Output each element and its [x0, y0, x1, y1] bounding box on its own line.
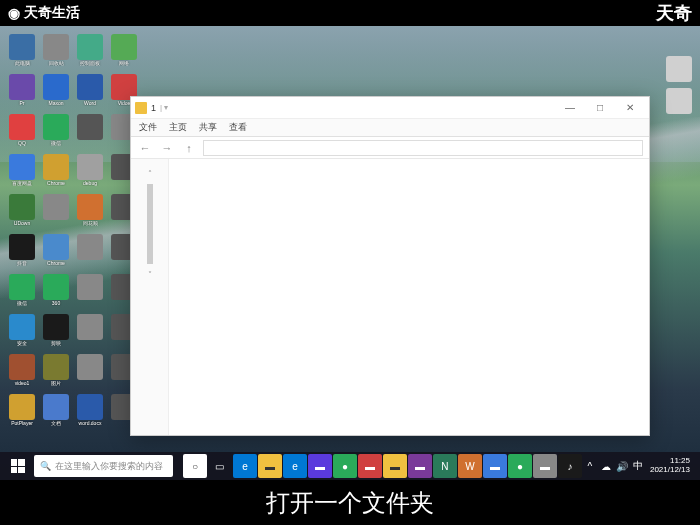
taskbar-app-icon[interactable]: N [433, 454, 457, 478]
desktop-icon[interactable]: Pr [8, 74, 36, 110]
desktop-icon[interactable]: Chrome [42, 154, 70, 190]
explorer-title: 1 [151, 103, 156, 113]
clock-date: 2021/12/13 [650, 466, 690, 475]
desktop-icon[interactable]: QQ [8, 114, 36, 150]
desktop-icon[interactable]: word.docx [76, 394, 104, 430]
tray-icon[interactable]: ☁ [600, 460, 612, 472]
maximize-button[interactable]: □ [585, 98, 615, 118]
ribbon-tab[interactable]: 主页 [169, 121, 187, 134]
taskbar-app-icon[interactable]: ▬ [308, 454, 332, 478]
address-bar[interactable] [203, 140, 643, 156]
desktop-icon[interactable]: 剪映 [42, 314, 70, 350]
desktop-icon[interactable]: video1 [8, 354, 36, 390]
taskbar-apps: ○▭e▬e▬●▬▬▬NW▬●▬♪ [183, 454, 582, 478]
ribbon-tab[interactable]: 共享 [199, 121, 217, 134]
desktop-icon[interactable]: 360 [42, 274, 70, 310]
watermark-left-text: 天奇生活 [24, 4, 80, 22]
search-icon: 🔍 [40, 461, 51, 471]
desktop-icon[interactable]: debug [76, 154, 104, 190]
windows-logo-icon [11, 459, 25, 473]
desktop-icon[interactable]: Maxon [42, 74, 70, 110]
close-button[interactable]: ✕ [615, 98, 645, 118]
nav-scrollbar[interactable] [147, 184, 153, 264]
desktop-icon[interactable] [76, 114, 104, 150]
start-button[interactable] [4, 454, 32, 478]
taskbar-app-icon[interactable]: ▬ [258, 454, 282, 478]
desktop-icon[interactable] [76, 274, 104, 310]
desktop-icon[interactable]: 同花顺 [76, 194, 104, 230]
tray-icon[interactable]: 🔊 [616, 460, 628, 472]
forward-button[interactable]: → [159, 140, 175, 156]
desktop-icon[interactable]: 微信 [8, 274, 36, 310]
desktop-icon[interactable]: PotPlayer [8, 394, 36, 430]
desktop-icon[interactable] [76, 354, 104, 390]
navigation-pane[interactable]: ˄ ˅ [131, 159, 169, 435]
taskbar-app-icon[interactable]: ▬ [533, 454, 557, 478]
taskbar-app-icon[interactable]: e [283, 454, 307, 478]
desktop-icon[interactable] [76, 234, 104, 270]
ribbon-tab[interactable]: 查看 [229, 121, 247, 134]
minimize-button[interactable]: — [555, 98, 585, 118]
taskbar-app-icon[interactable]: ● [333, 454, 357, 478]
desktop-icon[interactable]: UDown [8, 194, 36, 230]
desktop-icon[interactable]: 控制面板 [76, 34, 104, 70]
file-explorer-window[interactable]: 1 | ▾ — □ ✕ 文件 主页 共享 查看 ← → ↑ [130, 96, 650, 436]
taskbar-app-icon[interactable]: ○ [183, 454, 207, 478]
explorer-titlebar[interactable]: 1 | ▾ — □ ✕ [131, 97, 649, 119]
search-input[interactable]: 🔍 在这里输入你要搜索的内容 [34, 455, 173, 477]
taskbar-app-icon[interactable]: ▬ [358, 454, 382, 478]
system-tray: ^☁🔊中 11:25 2021/12/13 [584, 457, 696, 475]
taskbar-app-icon[interactable]: ● [508, 454, 532, 478]
video-caption: 打开一个文件夹 [266, 487, 434, 519]
chevron-up-icon[interactable]: ˄ [148, 169, 152, 178]
desktop-icon[interactable] [76, 314, 104, 350]
desktop-icons-grid: 此电脑回收站控制面板网络PrMaxonWordVidoeQQ微信百度网盘Chro… [8, 34, 138, 430]
up-button[interactable]: ↑ [181, 140, 197, 156]
taskbar: 🔍 在这里输入你要搜索的内容 ○▭e▬e▬●▬▬▬NW▬●▬♪ ^☁🔊中 11:… [0, 452, 700, 480]
desktop-icon[interactable]: 回收站 [42, 34, 70, 70]
desktop-icon[interactable]: 此电脑 [8, 34, 36, 70]
desktop-icon[interactable]: 安全 [8, 314, 36, 350]
desktop-icon[interactable]: 文档 [42, 394, 70, 430]
clock[interactable]: 11:25 2021/12/13 [650, 457, 690, 475]
desktop-icon[interactable]: 图片 [42, 354, 70, 390]
search-placeholder: 在这里输入你要搜索的内容 [55, 460, 163, 473]
desktop-icon[interactable]: 微信 [42, 114, 70, 150]
desktop-icons-right [666, 56, 692, 114]
desktop-icon[interactable] [666, 56, 692, 82]
explorer-ribbon: 文件 主页 共享 查看 [131, 119, 649, 137]
taskbar-app-icon[interactable]: ▬ [483, 454, 507, 478]
desktop-icon[interactable]: 抖音 [8, 234, 36, 270]
desktop-icon[interactable] [666, 88, 692, 114]
folder-icon [135, 102, 147, 114]
content-pane[interactable] [169, 159, 649, 435]
desktop-icon[interactable]: 网络 [110, 34, 138, 70]
taskbar-app-icon[interactable]: ▬ [408, 454, 432, 478]
watermark-left: ◉ 天奇生活 [8, 4, 80, 22]
explorer-toolbar: ← → ↑ [131, 137, 649, 159]
taskbar-app-icon[interactable]: ▭ [208, 454, 232, 478]
desktop[interactable]: 此电脑回收站控制面板网络PrMaxonWordVidoeQQ微信百度网盘Chro… [0, 26, 700, 480]
desktop-icon[interactable] [42, 194, 70, 230]
desktop-icon[interactable]: Chrome [42, 234, 70, 270]
ribbon-tab[interactable]: 文件 [139, 121, 157, 134]
back-button[interactable]: ← [137, 140, 153, 156]
desktop-icon[interactable]: Word [76, 74, 104, 110]
taskbar-app-icon[interactable]: e [233, 454, 257, 478]
taskbar-app-icon[interactable]: ▬ [383, 454, 407, 478]
desktop-icon[interactable]: 百度网盘 [8, 154, 36, 190]
tray-icon[interactable]: ^ [584, 460, 596, 472]
tray-icon[interactable]: 中 [632, 460, 644, 472]
taskbar-app-icon[interactable]: W [458, 454, 482, 478]
title-separator: | ▾ [160, 103, 168, 112]
watermark-right: 天奇 [656, 1, 692, 25]
chevron-down-icon[interactable]: ˅ [148, 270, 152, 279]
logo-icon: ◉ [8, 5, 20, 21]
taskbar-app-icon[interactable]: ♪ [558, 454, 582, 478]
